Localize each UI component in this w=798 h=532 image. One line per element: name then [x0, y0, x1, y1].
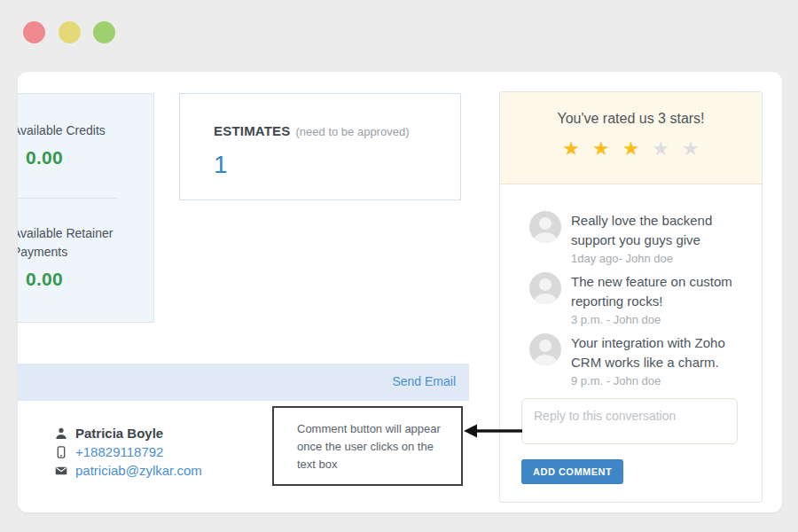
comment-meta: 1day ago- John doe [571, 252, 753, 266]
estimates-count[interactable]: 1 [214, 151, 460, 179]
person-icon [55, 427, 67, 440]
contact-info: Patricia Boyle +18829118792 patriciab@zy… [55, 426, 202, 482]
estimates-header: ESTIMATES(need to be approved) [214, 123, 460, 139]
comment-text: The new feature on custom reporting rock… [571, 272, 753, 311]
available-retainer-label: Available Retainer Payments [18, 224, 143, 262]
star-icon[interactable]: ★ [682, 137, 700, 160]
comment-text: Your integration with Zoho CRM works lik… [571, 333, 753, 372]
contact-phone-link[interactable]: +18829118792 [75, 444, 163, 459]
comment-item: Your integration with Zoho CRM works lik… [529, 333, 746, 387]
contact-header-band: Send Email [18, 364, 469, 401]
comment-meta: 3 p.m. - John doe [571, 313, 753, 327]
comment-meta: 9 p.m. - John doe [571, 374, 753, 388]
add-comment-button[interactable]: ADD COMMENT [521, 459, 623, 484]
comment-item: Really love the backend support you guys… [529, 211, 746, 265]
available-credits-value: 0.00 [26, 147, 143, 168]
contact-name-row: Patricia Boyle [55, 426, 202, 440]
page-background: Available Credits 0.00 Available Retaine… [0, 0, 798, 532]
contact-phone-row: +18829118792 [55, 445, 202, 458]
comments-list: Really love the backend support you guys… [500, 184, 762, 387]
user-avatar-icon [529, 211, 561, 243]
phone-icon [55, 446, 67, 458]
available-credits-label: Available Credits [18, 121, 143, 141]
rating-title: You've rated us 3 stars! [500, 111, 762, 127]
user-avatar-icon [529, 333, 561, 365]
estimates-title: ESTIMATES [214, 123, 291, 138]
star-icon[interactable]: ★ [652, 137, 669, 160]
window-minimize-button[interactable] [59, 21, 81, 43]
email-icon [55, 465, 67, 477]
send-email-link[interactable]: Send Email [392, 374, 456, 388]
comment-text: Really love the backend support you guys… [571, 211, 753, 250]
credits-summary-card: Available Credits 0.00 Available Retaine… [18, 93, 154, 323]
available-retainer-value: 0.00 [26, 269, 143, 290]
contact-email-row: patriciab@zylkar.com [55, 464, 202, 477]
annotation-arrow-icon [464, 423, 522, 439]
window-maximize-button[interactable] [93, 21, 115, 43]
portal-window: Available Credits 0.00 Available Retaine… [18, 72, 782, 512]
annotation-text: Comment button will appear once the user… [297, 422, 441, 471]
window-close-button[interactable] [23, 21, 45, 43]
rating-header: You've rated us 3 stars! ★★★★★ [500, 92, 762, 184]
comment-item: The new feature on custom reporting rock… [529, 272, 746, 326]
contact-email-link[interactable]: patriciab@zylkar.com [75, 463, 202, 478]
contact-name: Patricia Boyle [75, 426, 163, 441]
star-icon[interactable]: ★ [622, 137, 640, 160]
reply-input[interactable] [521, 398, 738, 444]
star-icon[interactable]: ★ [562, 137, 580, 160]
user-avatar-icon [529, 272, 561, 304]
star-rating[interactable]: ★★★★★ [500, 137, 762, 160]
star-icon[interactable]: ★ [592, 137, 610, 160]
divider [18, 198, 118, 199]
estimates-card: ESTIMATES(need to be approved) 1 [179, 93, 461, 200]
estimates-subtitle: (need to be approved) [296, 125, 410, 138]
feedback-panel: You've rated us 3 stars! ★★★★★ Really lo… [499, 91, 763, 503]
annotation-callout: Comment button will appear once the user… [272, 406, 463, 486]
